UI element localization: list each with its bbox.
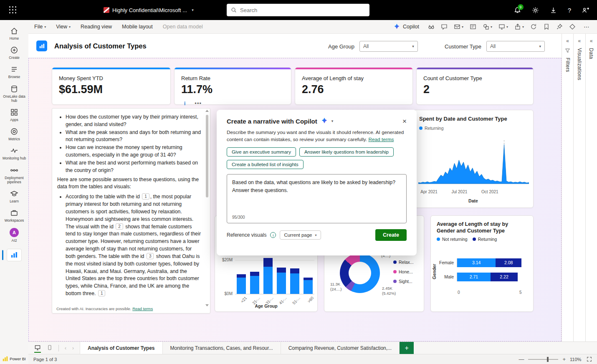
- bar[interactable]: 51-...: [290, 256, 299, 294]
- zoom-slider-thumb[interactable]: [547, 357, 549, 362]
- download-icon[interactable]: [550, 7, 557, 14]
- glasses-icon[interactable]: [428, 23, 435, 30]
- kpi-card-money-spent[interactable]: Money Spent YTD $61.59M: [52, 67, 171, 105]
- narrative-scrollbar[interactable]: [205, 110, 209, 306]
- monitor-icon[interactable]: ▾: [498, 23, 508, 30]
- diamond-icon[interactable]: [569, 23, 576, 30]
- info-icon[interactable]: i: [270, 232, 276, 238]
- sidebar-item-onelake-data-hub[interactable]: OneLake data hub: [1, 82, 28, 106]
- menu-file[interactable]: File▾: [34, 24, 46, 30]
- sidebar-item-apps[interactable]: Apps: [1, 106, 28, 125]
- share-icon[interactable]: [582, 7, 589, 14]
- hbar-chart-card[interactable]: Average of Length of stay by Gender and …: [430, 215, 534, 312]
- sidebar-item-metrics[interactable]: Metrics: [1, 125, 28, 144]
- kpi-card-return-rate[interactable]: Return Rate 11.7%: [174, 67, 291, 105]
- menu-open-data-model[interactable]: Open data model: [163, 24, 203, 30]
- prompt-textarea[interactable]: Based on the data, what questions are li…: [227, 174, 407, 223]
- more-options-icon[interactable]: •••: [195, 100, 202, 106]
- expand-pane-icon[interactable]: «: [590, 38, 593, 44]
- smart-narrative-visual[interactable]: How does the customer type vary by their…: [52, 108, 210, 313]
- sidebar-item-monitoring-hub[interactable]: Monitoring hub: [1, 144, 28, 163]
- bar[interactable]: >60: [304, 256, 313, 294]
- sensitivity-label-selector[interactable]: Highly Confidential\Microsoft ... ▾: [104, 5, 194, 15]
- search-input[interactable]: [240, 7, 365, 13]
- refresh-icon[interactable]: [530, 23, 537, 30]
- zoom-slider[interactable]: [528, 359, 558, 360]
- read-terms-link[interactable]: Read terms: [132, 306, 153, 311]
- report-canvas[interactable]: Money Spent YTD $61.59M Return Rate 11.7…: [28, 58, 562, 341]
- tab-analysis-of-customer-types[interactable]: Analysis of Customer Types: [80, 342, 163, 354]
- envelope-icon[interactable]: ▾: [454, 23, 463, 30]
- chip-leadership-questions[interactable]: Answer likely questions from leadership: [299, 147, 394, 157]
- sidebar-item-learn[interactable]: Learn: [1, 187, 28, 206]
- copilot-button[interactable]: Copilot: [393, 23, 419, 30]
- legend-item[interactable]: Returning: [473, 237, 497, 242]
- area-chart-plot[interactable]: [418, 140, 529, 187]
- kpi-card-avg-length-of-stay[interactable]: Average of Length of stay 2.76: [295, 67, 413, 105]
- scroll-up-arrow[interactable]: [205, 110, 209, 112]
- mobile-view-toggle[interactable]: [47, 344, 53, 352]
- visual-reference-chip[interactable]: 1: [98, 290, 106, 296]
- line-chart-card[interactable]: Spent by Date and Customer Type Returnin…: [413, 110, 534, 208]
- legend-item[interactable]: Sight...: [393, 279, 414, 284]
- legend-item[interactable]: Hone...: [393, 269, 414, 274]
- textbox-icon[interactable]: [470, 23, 476, 30]
- export-icon[interactable]: ▾: [514, 23, 524, 30]
- chip-executive-summary[interactable]: Give an executive summary: [227, 147, 296, 157]
- bar[interactable]: 41-...: [277, 256, 286, 294]
- web-view-toggle[interactable]: [34, 344, 41, 352]
- bar-chart-plot[interactable]: $20M $0M <2121-...31-...41-...51-...>60: [235, 257, 314, 294]
- customer-type-dropdown[interactable]: All▾: [486, 41, 545, 52]
- notifications-bell-icon[interactable]: 9: [514, 7, 521, 14]
- sidebar-item-browse[interactable]: Browse: [1, 63, 28, 82]
- settings-gear-icon[interactable]: [532, 7, 539, 14]
- menu-reading-view[interactable]: Reading view: [81, 24, 112, 30]
- hbar-segment[interactable]: 2.71: [457, 273, 491, 281]
- close-icon[interactable]: ×: [402, 118, 407, 125]
- expand-pane-icon[interactable]: «: [566, 38, 569, 44]
- next-page-icon[interactable]: ›: [72, 345, 74, 351]
- age-group-dropdown[interactable]: All▾: [359, 41, 418, 52]
- global-search[interactable]: [227, 4, 369, 16]
- comment-icon[interactable]: [441, 23, 448, 30]
- expand-pane-icon[interactable]: «: [578, 38, 581, 44]
- menu-view[interactable]: View▾: [56, 24, 71, 30]
- bar[interactable]: 31-...: [263, 256, 273, 294]
- scroll-down-arrow[interactable]: [205, 304, 209, 306]
- visualizations-pane-collapsed[interactable]: « Visualizations: [573, 34, 585, 341]
- visual-reference-chip[interactable]: 1: [142, 193, 149, 200]
- create-button[interactable]: Create: [375, 229, 407, 241]
- hbar-plot[interactable]: Female 3.142.08 Male 2.712.22: [431, 258, 533, 286]
- zoom-out-button[interactable]: —: [519, 356, 524, 362]
- pin-icon[interactable]: [556, 23, 563, 30]
- bookmark-icon[interactable]: [543, 23, 550, 30]
- sidebar-item-home[interactable]: Home: [1, 24, 28, 43]
- scrollbar-thumb[interactable]: [206, 115, 208, 197]
- sidebar-item-ai2-workspace[interactable]: A AI2: [1, 225, 28, 245]
- tab-comparing-revenue[interactable]: Comparing Revenue, Customer Satisfaction…: [281, 342, 400, 354]
- fit-to-page-icon[interactable]: [587, 356, 592, 362]
- legend-item[interactable]: Not returning: [437, 237, 468, 242]
- bar[interactable]: <21: [237, 256, 246, 294]
- reference-scope-dropdown[interactable]: Current page▾: [280, 230, 321, 240]
- app-launcher-button[interactable]: [9, 6, 17, 14]
- visual-reference-chip[interactable]: 2: [116, 223, 123, 230]
- read-terms-link[interactable]: Read terms: [368, 136, 394, 142]
- hbar-segment[interactable]: 3.14: [457, 258, 496, 267]
- sidebar-item-create[interactable]: Create: [1, 43, 28, 63]
- kpi-card-customer-type-count[interactable]: Count of Customer Type 2: [416, 67, 534, 105]
- filters-pane-collapsed[interactable]: « Filters: [562, 34, 573, 341]
- chip-bulleted-insights[interactable]: Create a bulleted list of insights: [227, 160, 304, 169]
- help-icon[interactable]: ?: [568, 7, 571, 14]
- tab-monitoring-transactions[interactable]: Monitoring Transactions, Cases, and Reso…: [163, 342, 281, 354]
- hbar-segment[interactable]: 2.22: [491, 273, 518, 281]
- sidebar-item-workspaces[interactable]: Workspaces: [1, 206, 28, 225]
- hbar-segment[interactable]: 2.08: [496, 258, 521, 267]
- sidebar-current-report[interactable]: [1, 245, 28, 265]
- info-icon[interactable]: i: [184, 101, 185, 106]
- data-pane-collapsed[interactable]: « Data: [585, 34, 597, 341]
- previous-page-icon[interactable]: ‹: [65, 345, 66, 351]
- visual-reference-chip[interactable]: 3: [147, 253, 154, 259]
- shapes-icon[interactable]: ▾: [483, 23, 492, 30]
- new-page-button[interactable]: +: [400, 342, 414, 354]
